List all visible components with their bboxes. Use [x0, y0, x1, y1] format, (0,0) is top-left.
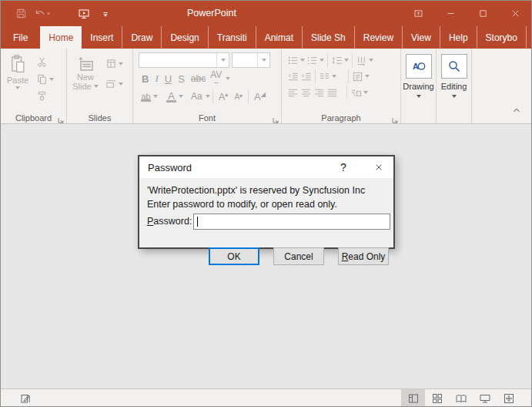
password-input-wrap [193, 214, 390, 230]
paste-icon [9, 54, 26, 74]
bold-button[interactable]: B [139, 73, 152, 85]
tab-slide-show[interactable]: Slide Sh [303, 26, 355, 49]
drawing-label: Drawing [401, 82, 436, 91]
tab-home[interactable]: Home [40, 26, 82, 49]
app-title: PowerPoint [1, 1, 423, 26]
drawing-button[interactable]: Drawing [401, 54, 436, 98]
align-left-icon [287, 87, 299, 99]
collapse-ribbon-icon[interactable] [511, 105, 522, 119]
align-center-button[interactable] [299, 86, 313, 99]
slide-layout-button[interactable] [104, 57, 125, 70]
password-input[interactable] [193, 214, 390, 230]
align-left-button[interactable] [286, 86, 299, 99]
normal-view-icon[interactable] [401, 389, 425, 407]
text-caret [197, 217, 198, 227]
format-painter-icon [36, 90, 48, 102]
spacing-arrow-icon: ↔ [212, 79, 219, 86]
reading-view-icon[interactable] [449, 389, 473, 407]
slide-layout-icon [105, 58, 117, 69]
dialog-message-line1: 'WriteProtection.pptx' is reserved by Sy… [147, 185, 365, 196]
clipboard-dialog-launcher-icon[interactable] [57, 113, 65, 121]
editing-label: Editing [437, 82, 471, 91]
tab-draw[interactable]: Draw [122, 26, 162, 49]
font-size-combo[interactable] [232, 52, 270, 68]
increase-indent-button[interactable] [299, 70, 313, 83]
underline-button[interactable]: U [162, 73, 175, 85]
align-text-button[interactable] [351, 70, 370, 83]
cut-icon [36, 56, 48, 68]
minimize-icon[interactable] [434, 1, 467, 26]
line-spacing-icon [331, 55, 343, 66]
font-name-combo[interactable] [139, 52, 229, 68]
clipboard-group: Paste Clipboard [1, 49, 67, 123]
new-slide-label-2: Slide [72, 82, 91, 91]
format-painter-button[interactable] [35, 89, 55, 103]
section-button[interactable] [104, 77, 125, 90]
ribbon-display-options-icon[interactable] [402, 1, 434, 26]
tab-design[interactable]: Design [162, 26, 208, 49]
justify-button[interactable] [326, 86, 339, 99]
new-slide-button[interactable]: New Slide [67, 51, 104, 91]
font-color-button[interactable]: A [164, 90, 179, 103]
increase-font-size-button[interactable]: A▴ [216, 91, 232, 103]
italic-button[interactable]: I [152, 72, 161, 85]
decrease-indent-button[interactable] [286, 70, 299, 83]
dialog-message-line2: Enter password to modify, or open read o… [147, 199, 337, 210]
columns-button[interactable] [318, 70, 337, 83]
text-direction-icon [356, 55, 367, 66]
dialog-close-icon[interactable] [367, 156, 390, 178]
font-group: B I U S abc AV ↔ ab A Aa A▴ A▾ [133, 49, 282, 123]
read-only-button[interactable]: Read Only [338, 247, 389, 265]
decrease-indent-icon [287, 71, 299, 82]
tab-view[interactable]: View [403, 26, 440, 49]
copy-button[interactable] [35, 72, 55, 86]
text-shadow-button[interactable]: S [175, 73, 188, 85]
font-size-dropdown-icon[interactable] [257, 53, 269, 67]
text-highlight-button[interactable]: ab [139, 92, 153, 102]
fit-slide-to-window-icon[interactable] [497, 389, 520, 407]
tab-animations[interactable]: Animat [256, 26, 303, 49]
decrease-font-size-button[interactable]: A▾ [231, 92, 246, 101]
tab-storyboarding[interactable]: Storybo [477, 26, 527, 49]
numbering-icon [306, 55, 318, 66]
ribbon-tab-row: File Home Insert Draw Design Transiti An… [1, 26, 531, 49]
password-dialog-titlebar: Password ? [139, 156, 393, 178]
window-controls [402, 1, 531, 26]
bullets-button[interactable] [286, 54, 306, 67]
tab-review[interactable]: Review [355, 26, 403, 49]
cancel-button[interactable]: Cancel [273, 247, 324, 265]
password-dialog: Password ? 'WriteProtection.pptx' is res… [138, 155, 395, 249]
maximize-icon[interactable] [467, 1, 499, 26]
password-label: Password: [147, 216, 192, 227]
tab-file[interactable]: File [1, 26, 40, 49]
drawing-group: Drawing [401, 49, 437, 123]
help-button[interactable]: ? [333, 156, 353, 178]
convert-to-smartart-button[interactable] [350, 86, 369, 99]
change-case-button[interactable]: Aa [188, 91, 206, 102]
paste-label: Paste [7, 76, 28, 85]
character-spacing-button[interactable]: AV ↔ [209, 72, 223, 86]
cut-button[interactable] [35, 56, 55, 69]
spell-check-icon[interactable] [19, 392, 32, 405]
editing-button[interactable]: Editing [437, 54, 471, 98]
font-name-dropdown-icon[interactable] [216, 53, 229, 67]
text-direction-button[interactable] [355, 54, 374, 67]
tab-transitions[interactable]: Transiti [209, 26, 256, 49]
paste-button[interactable]: Paste [1, 51, 35, 103]
clear-formatting-button[interactable]: A◢ [251, 91, 269, 103]
tell-me-box[interactable]: Tell me [527, 26, 532, 49]
slide-show-icon[interactable] [473, 389, 497, 407]
font-dialog-launcher-icon[interactable] [272, 113, 279, 121]
paragraph-dialog-launcher-icon[interactable] [391, 113, 399, 121]
align-right-button[interactable] [313, 86, 326, 99]
close-icon[interactable] [499, 1, 531, 26]
tab-help[interactable]: Help [440, 26, 477, 49]
line-spacing-button[interactable] [330, 54, 350, 67]
tab-insert[interactable]: Insert [82, 26, 122, 49]
ribbon: Paste Clipboard New Slide [1, 49, 531, 124]
numbering-button[interactable] [306, 54, 325, 67]
ok-button[interactable]: OK [209, 247, 259, 265]
editing-icon [447, 59, 462, 74]
strikethrough-button[interactable]: abc [188, 73, 209, 84]
slide-sorter-icon[interactable] [425, 389, 449, 407]
